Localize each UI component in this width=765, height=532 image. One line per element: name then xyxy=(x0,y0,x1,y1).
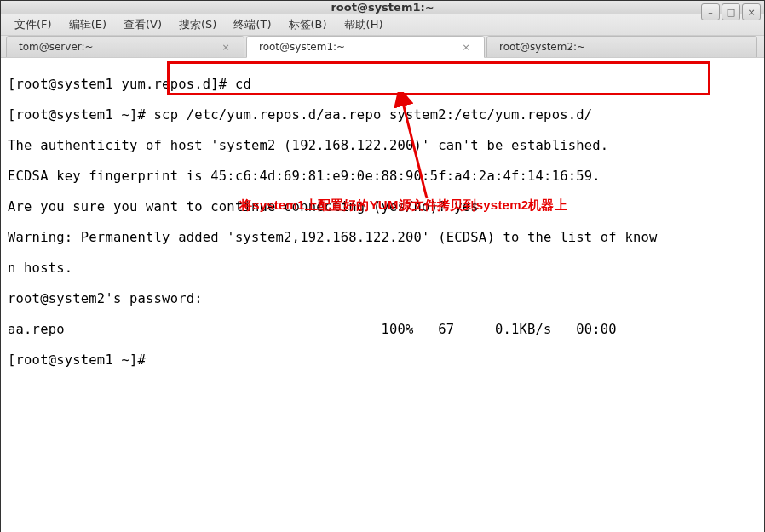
annotation-text: 将system1上配置好的YUM源文件拷贝到system2机器上 xyxy=(239,197,567,213)
menu-file[interactable]: 文件(F) xyxy=(8,14,59,35)
terminal-line: [root@system1 yum.repos.d]# cd xyxy=(8,77,757,92)
menu-terminal[interactable]: 终端(T) xyxy=(227,14,278,35)
terminal-line: root@system2's password: xyxy=(8,291,757,306)
terminal-line: ECDSA key fingerprint is 45:c6:4d:69:81:… xyxy=(8,169,757,184)
menu-search[interactable]: 搜索(S) xyxy=(172,14,223,35)
terminal-line: n hosts. xyxy=(8,260,757,276)
terminal-window: root@system1:~ – □ × 文件(F) 编辑(E) 查看(V) 搜… xyxy=(0,0,765,532)
tab-label: tom@server:~ xyxy=(19,41,94,53)
terminal-line: aa.repo 100% 67 0.1KB/s 00:00 xyxy=(8,322,757,337)
close-icon[interactable]: × xyxy=(460,41,472,53)
maximize-button[interactable]: □ xyxy=(722,3,740,20)
tab-root-system2[interactable]: root@system2:~ xyxy=(486,36,757,57)
tab-tom-server[interactable]: tom@server:~ × xyxy=(6,36,244,57)
close-icon[interactable]: × xyxy=(220,41,232,53)
tab-root-system1[interactable]: root@system1:~ × xyxy=(246,36,485,58)
tab-label: root@system2:~ xyxy=(499,41,585,53)
menubar: 文件(F) 编辑(E) 查看(V) 搜索(S) 终端(T) 标签(B) 帮助(H… xyxy=(1,14,764,36)
titlebar: root@system1:~ – □ × xyxy=(1,1,764,14)
window-title: root@system1:~ xyxy=(331,1,434,14)
terminal-output[interactable]: [root@system1 yum.repos.d]# cd [root@sys… xyxy=(1,58,764,532)
tab-label: root@system1:~ xyxy=(259,41,345,53)
menu-edit[interactable]: 编辑(E) xyxy=(62,14,113,35)
close-button[interactable]: × xyxy=(742,3,761,20)
minimize-button[interactable]: – xyxy=(701,3,720,20)
terminal-line: [root@system1 ~]# xyxy=(8,352,757,368)
terminal-line: [root@system1 ~]# scp /etc/yum.repos.d/a… xyxy=(8,107,757,123)
window-controls: – □ × xyxy=(701,3,761,20)
tabbar: tom@server:~ × root@system1:~ × root@sys… xyxy=(1,36,764,58)
menu-tabs[interactable]: 标签(B) xyxy=(282,14,334,35)
menu-help[interactable]: 帮助(H) xyxy=(337,14,390,35)
menu-view[interactable]: 查看(V) xyxy=(117,14,169,35)
terminal-line: The authenticity of host 'system2 (192.1… xyxy=(8,138,757,153)
terminal-line: Warning: Permanently added 'system2,192.… xyxy=(8,230,757,245)
